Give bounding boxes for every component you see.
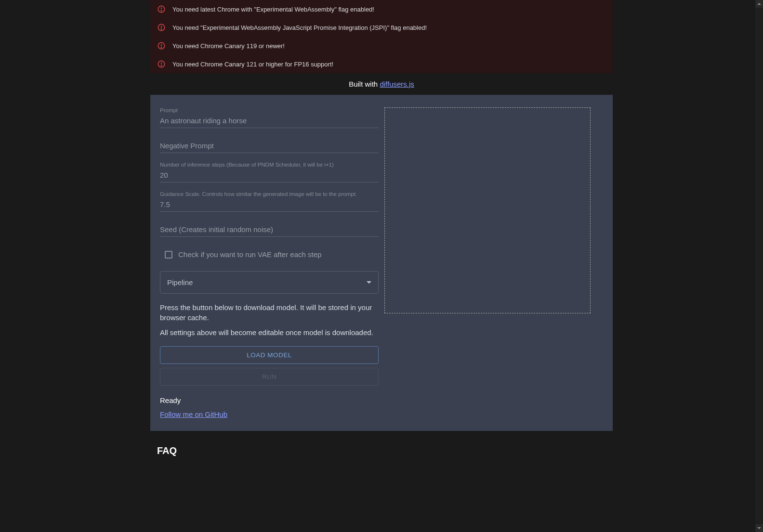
output-canvas: [384, 107, 591, 313]
github-link[interactable]: Follow me on GitHub: [160, 410, 379, 418]
faq-section: FAQ: [150, 431, 613, 456]
arrow-down-icon: [757, 527, 761, 529]
caret-down-icon: [367, 281, 371, 284]
error-icon: [157, 5, 166, 13]
error-icon: [157, 41, 166, 50]
svg-point-11: [161, 65, 161, 66]
pipeline-select[interactable]: Pipeline: [160, 271, 379, 294]
alert-text: You need latest Chrome with "Experimenta…: [172, 6, 374, 13]
alert-row: You need "Experimental WebAssembly JavaS…: [150, 18, 613, 37]
settings-info-text: All settings above will become editable …: [160, 327, 379, 337]
scroll-down-button[interactable]: [755, 524, 763, 532]
output-column: [384, 107, 603, 418]
checkbox-icon[interactable]: [165, 251, 172, 259]
svg-point-2: [161, 11, 161, 11]
steps-label: Number of inference steps (Because of PN…: [160, 162, 379, 168]
steps-input[interactable]: [160, 169, 379, 182]
alert-text: You need Chrome Canary 119 or newer!: [172, 42, 285, 50]
pipeline-select-label: Pipeline: [167, 278, 193, 286]
alert-text: You need Chrome Canary 121 or higher for…: [172, 61, 333, 68]
error-icon: [157, 60, 166, 68]
error-icon: [157, 23, 166, 32]
main-card: Prompt Number of inference steps (Becaus…: [150, 95, 613, 431]
vae-checkbox-row[interactable]: Check if you want to run VAE after each …: [165, 248, 379, 260]
guidance-input[interactable]: [160, 198, 379, 212]
alert-row: You need Chrome Canary 119 or newer!: [150, 37, 613, 55]
scrollbar[interactable]: [755, 0, 763, 532]
faq-heading: FAQ: [157, 445, 606, 456]
arrow-up-icon: [757, 3, 761, 5]
svg-point-8: [161, 47, 161, 48]
alert-row: You need Chrome Canary 121 or higher for…: [150, 55, 613, 73]
guidance-label: Guidance Scale. Controls how similar the…: [160, 191, 379, 197]
vae-checkbox-label: Check if you want to run VAE after each …: [178, 250, 321, 259]
prompt-input[interactable]: [160, 115, 379, 128]
run-button[interactable]: Run: [160, 368, 379, 386]
alert-row: You need latest Chrome with "Experimenta…: [150, 0, 613, 18]
negative-prompt-input[interactable]: [160, 140, 379, 153]
prompt-label: Prompt: [160, 107, 379, 113]
diffusers-link[interactable]: diffusers.js: [380, 80, 414, 88]
download-info-text: Press the button below to download model…: [160, 302, 379, 323]
load-model-button[interactable]: Load model: [160, 346, 379, 364]
controls-column: Prompt Number of inference steps (Becaus…: [160, 107, 379, 418]
built-with-prefix: Built with: [349, 80, 380, 88]
built-with-text: Built with diffusers.js: [150, 73, 613, 95]
seed-input[interactable]: [160, 223, 379, 237]
alert-text: You need "Experimental WebAssembly JavaS…: [172, 24, 427, 31]
svg-point-5: [161, 29, 161, 29]
scroll-up-button[interactable]: [755, 0, 763, 8]
alerts-panel: You need latest Chrome with "Experimenta…: [150, 0, 613, 73]
status-text: Ready: [160, 396, 379, 404]
